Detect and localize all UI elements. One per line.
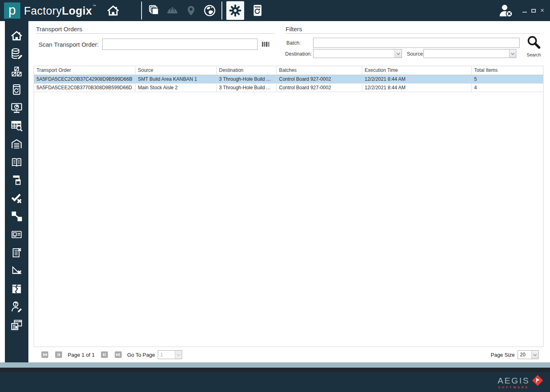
next-page-icon <box>103 353 106 356</box>
next-page-button[interactable] <box>101 351 108 358</box>
source-value <box>424 50 509 58</box>
previous-page-icon <box>57 353 60 356</box>
minimize-icon <box>522 12 527 13</box>
pager: Page 1 of 1 Go To Page 1 Page Size 20 <box>34 347 544 362</box>
destination-label: Destination: <box>285 51 312 57</box>
goto-page-dropdown-button[interactable] <box>175 351 182 359</box>
toolbar-divider <box>141 2 142 19</box>
sidebar-damaged-box-icon[interactable] <box>10 282 23 295</box>
close-icon: × <box>540 7 544 14</box>
transport-orders-divider <box>36 33 274 34</box>
page-size-combobox[interactable]: 20 <box>518 350 539 359</box>
device-sync-icon[interactable] <box>248 0 267 21</box>
toolbar-divider <box>221 2 222 19</box>
scan-transport-order-label: Scan Transport Order: <box>39 41 99 48</box>
cell-destination: 3 Through-Hole Build Ar... <box>217 75 277 83</box>
sidebar: ? <box>5 21 28 362</box>
goto-page-value: 1 <box>158 351 175 359</box>
chevron-down-icon <box>177 352 180 355</box>
filters-title: Filters <box>286 26 302 32</box>
horizontal-scrollbar[interactable] <box>0 362 550 368</box>
svg-text:?: ? <box>15 302 17 307</box>
previous-page-button[interactable] <box>55 351 62 358</box>
sidebar-operator-question-icon[interactable]: ? <box>10 301 23 313</box>
filters-divider <box>286 33 540 34</box>
scan-transport-order-input[interactable] <box>102 39 258 50</box>
goto-page-label: Go To Page <box>127 352 155 358</box>
table-row[interactable]: 5A5FDA5CEE2C0B3770B308D9B599D66D Main St… <box>34 84 543 92</box>
source-label: Source: <box>407 51 424 57</box>
home-icon[interactable] <box>104 0 122 21</box>
app-logo-icon: p <box>4 2 20 19</box>
page-size-label: Page Size <box>491 352 515 358</box>
sidebar-measure-remove-icon[interactable] <box>10 265 23 277</box>
sidebar-warehouse-icon[interactable] <box>10 138 23 151</box>
chevron-down-icon <box>397 51 400 54</box>
hardhat-icon[interactable] <box>163 0 182 21</box>
chevron-down-icon <box>533 352 537 355</box>
sidebar-table-search-icon[interactable] <box>10 120 23 132</box>
batch-input[interactable] <box>313 38 520 48</box>
close-button[interactable]: × <box>538 4 547 17</box>
aegis-logo: AEGIS SOFTWARE <box>498 374 544 389</box>
cell-batches: Control Board 927-0002 <box>277 75 362 83</box>
last-page-button[interactable] <box>115 351 122 358</box>
page-size-dropdown-button[interactable] <box>531 351 538 359</box>
sidebar-home-icon[interactable] <box>10 29 23 42</box>
cell-total-items: 4 <box>472 84 543 92</box>
aegis-diamond-icon <box>531 374 544 389</box>
column-header-source[interactable]: Source <box>135 66 217 75</box>
page-indicator: Page 1 of 1 <box>68 352 95 358</box>
search-button[interactable]: Search <box>524 35 544 58</box>
cell-batches: Control Board 927-0002 <box>277 84 362 92</box>
table-row[interactable]: 5A5FDA5CEC2C0B37C42908D9B599D66B SMT Bui… <box>34 75 543 84</box>
column-header-execution-time[interactable]: Execution Time <box>362 66 472 75</box>
home-icon <box>107 4 120 17</box>
goto-page-combobox[interactable]: 1 <box>158 350 182 359</box>
search-button-label: Search <box>524 52 544 57</box>
footer-top-strip <box>0 368 550 372</box>
sidebar-database-edit-icon[interactable] <box>10 47 23 60</box>
sidebar-copy-pages-icon[interactable] <box>10 174 23 187</box>
sidebar-book-icon[interactable] <box>10 156 23 168</box>
cell-transport-order: 5A5FDA5CEE2C0B3770B308D9B599D66D <box>34 84 135 92</box>
aegis-subtitle-text: SOFTWARE <box>498 386 530 389</box>
sidebar-device-sync-icon[interactable] <box>10 84 23 96</box>
footer: AEGIS SOFTWARE <box>0 372 550 392</box>
column-header-total-items[interactable]: Total Items <box>472 66 543 75</box>
aegis-brand-text: AEGIS <box>498 376 530 385</box>
cell-destination: 3 Through-Hole Build Ar... <box>217 84 277 92</box>
maximize-button[interactable] <box>529 4 538 17</box>
source-combobox[interactable] <box>423 49 516 58</box>
column-header-batches[interactable]: Batches <box>277 66 362 75</box>
search-icon <box>526 35 541 50</box>
user-logged-out-icon[interactable] <box>496 0 515 21</box>
sidebar-transfer-box-icon[interactable] <box>10 210 23 223</box>
location-pin-icon[interactable] <box>182 0 200 21</box>
first-page-icon <box>43 353 47 356</box>
sidebar-dashboard-monitor-icon[interactable] <box>10 101 23 114</box>
sidebar-forms-window-icon[interactable] <box>10 319 23 332</box>
sidebar-id-card-icon[interactable] <box>10 228 23 241</box>
source-dropdown-button[interactable] <box>509 50 516 58</box>
first-page-button[interactable] <box>41 351 48 358</box>
settings-gear-icon[interactable] <box>226 1 244 20</box>
cell-transport-order: 5A5FDA5CEC2C0B37C42908D9B599D66B <box>34 75 135 83</box>
destination-combobox[interactable] <box>313 49 402 58</box>
batch-label: Batch: <box>286 40 301 46</box>
sidebar-verify-check-icon[interactable] <box>10 192 23 205</box>
minimize-button[interactable] <box>520 4 529 17</box>
last-page-icon <box>116 353 120 356</box>
barcode-icon <box>262 42 270 47</box>
cell-source: SMT Build Area KANBAN 1 <box>135 75 217 83</box>
sidebar-checklist-remove-icon[interactable] <box>10 246 23 259</box>
chevron-down-icon <box>511 51 514 54</box>
globe-icon[interactable] <box>200 0 219 21</box>
cell-total-items: 5 <box>472 75 543 83</box>
documents-copy-icon[interactable] <box>144 0 163 21</box>
column-header-transport-order[interactable]: Transport Order <box>34 66 135 75</box>
sidebar-material-blocks-icon[interactable] <box>10 65 23 78</box>
column-header-destination[interactable]: Destination <box>217 66 277 75</box>
titlebar: p FactoryLogix™ <box>0 0 550 21</box>
destination-dropdown-button[interactable] <box>395 50 402 58</box>
